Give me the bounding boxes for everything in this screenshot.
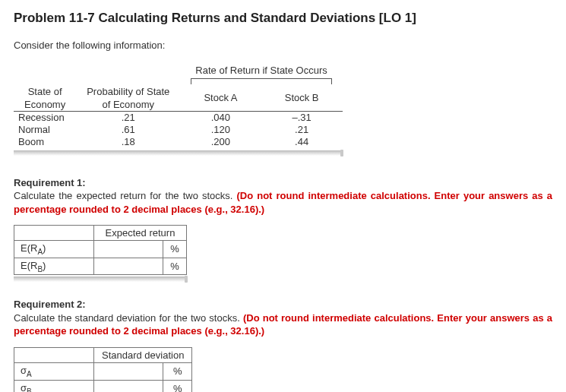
- requirement-1: Requirement 1: Calculate the expected re…: [14, 176, 552, 285]
- requirement-2: Requirement 2: Calculate the standard de…: [14, 298, 552, 392]
- req2-answer-table: Standard deviation σA % σB %: [14, 347, 192, 392]
- answer-label-era: E(RA): [14, 241, 94, 258]
- cell-prob: .21: [76, 111, 180, 124]
- col-prob: Probability of Stateof Economy: [76, 86, 180, 111]
- answer-label-erb: E(RB): [14, 258, 94, 275]
- col-state: State ofEconomy: [14, 86, 76, 111]
- intro-text: Consider the following information:: [14, 40, 552, 51]
- cell-b: –.31: [261, 111, 343, 124]
- req1-answer-table: Expected return E(RA) % E(RB) %: [14, 225, 187, 275]
- col-stock-a: Stock A: [180, 86, 261, 111]
- data-table-wrap: Rate of Return if State Occurs State ofE…: [14, 62, 343, 156]
- cell-state: Recession: [14, 111, 76, 124]
- answer-label-sigma-b: σB: [14, 380, 94, 392]
- unit-percent: %: [163, 362, 192, 380]
- req1-title: Requirement 1:: [14, 177, 86, 188]
- req1-answer-header: Expected return: [94, 226, 187, 241]
- data-table: Rate of Return if State Occurs State ofE…: [14, 62, 343, 149]
- req2-answer-header: Standard deviation: [94, 347, 192, 362]
- cell-state: Normal: [14, 124, 76, 136]
- cell-prob: .18: [76, 136, 180, 148]
- cell-state: Boom: [14, 136, 76, 148]
- req1-text: Calculate the expected return for the tw…: [14, 190, 237, 201]
- cell-a: .120: [180, 124, 261, 136]
- answer-row: E(RB) %: [14, 258, 187, 275]
- cell-a: .200: [180, 136, 261, 148]
- unit-percent: %: [163, 258, 187, 275]
- input-sigma-a[interactable]: [94, 364, 163, 378]
- answer-row: σA %: [14, 362, 192, 380]
- answer-row: σB %: [14, 380, 192, 392]
- unit-percent: %: [163, 241, 187, 258]
- req1-answer-wrap: Expected return E(RA) % E(RB) %: [14, 225, 187, 282]
- table-scroll-indicator: [14, 150, 343, 156]
- col-stock-b: Stock B: [261, 86, 343, 111]
- cell-a: .040: [180, 111, 261, 124]
- req2-text: Calculate the standard deviation for the…: [14, 312, 243, 324]
- table-row: Boom .18 .200 .44: [14, 136, 343, 148]
- cell-b: .21: [261, 124, 343, 136]
- answer-row: E(RA) %: [14, 241, 187, 258]
- req1-scroll-indicator: [14, 277, 187, 282]
- group-header-text: Rate of Return if State Occurs: [191, 65, 331, 77]
- req2-title: Requirement 2:: [14, 299, 86, 310]
- group-header-cell: Rate of Return if State Occurs: [180, 62, 342, 86]
- input-erb[interactable]: [94, 259, 163, 273]
- cell-b: .44: [261, 136, 343, 148]
- unit-percent: %: [163, 380, 192, 392]
- input-era[interactable]: [94, 242, 163, 256]
- answer-label-sigma-a: σA: [14, 362, 94, 380]
- table-row: Normal .61 .120 .21: [14, 124, 343, 136]
- table-row: Recession .21 .040 –.31: [14, 111, 343, 124]
- problem-title: Problem 11-7 Calculating Returns and Sta…: [14, 11, 552, 26]
- cell-prob: .61: [76, 124, 180, 136]
- input-sigma-b[interactable]: [94, 381, 163, 392]
- req2-answer-wrap: Standard deviation σA % σB %: [14, 347, 192, 392]
